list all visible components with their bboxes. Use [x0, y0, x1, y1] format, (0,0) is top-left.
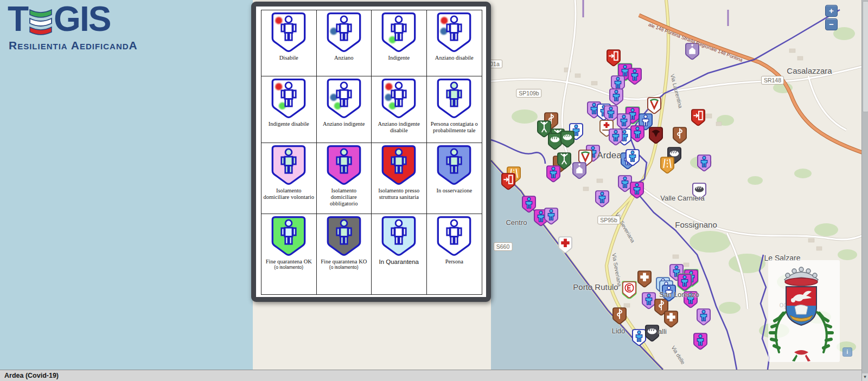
- white-e-marker[interactable]: [622, 281, 637, 301]
- magenta-marker[interactable]: [630, 125, 645, 145]
- scrollbar-down-arrow-icon[interactable]: ▼: [862, 373, 868, 381]
- legend-cell: Isolamento presso struttura sanitaria: [372, 143, 427, 214]
- logo-letter-t: T: [8, 3, 28, 35]
- legend-cell-label: In osservazione: [435, 188, 473, 194]
- shield: [786, 287, 816, 325]
- legend-cell-label: Anziano: [333, 55, 355, 61]
- road-shield: S660: [494, 242, 513, 251]
- legend-cell-label: Anziano disabile: [434, 55, 475, 61]
- sidebar: T GIS Resilientia AedificandA: [0, 0, 253, 370]
- legend-cell: Anziano indigente: [317, 76, 372, 143]
- legend-marker-icon: [436, 12, 472, 54]
- legend-cell-label: Anziano indigente disabile: [372, 121, 426, 134]
- magenta-marker[interactable]: [693, 333, 708, 353]
- legend-cell-label: Fine quarantena KO: [320, 259, 368, 265]
- red-exit-marker[interactable]: [691, 109, 706, 129]
- legend-cell: In Quarantena: [372, 214, 427, 294]
- legend-marker-icon: [326, 216, 362, 258]
- magenta-marker[interactable]: [546, 165, 561, 185]
- tegis-logo: T GIS: [8, 3, 110, 37]
- legend-marker-icon: [436, 216, 472, 258]
- map-place-label: Centro: [506, 218, 527, 227]
- violet-marker[interactable]: [697, 308, 711, 328]
- white-person-marker[interactable]: [626, 149, 640, 169]
- legend-cell: Anziano: [317, 10, 372, 76]
- zoom-in-button[interactable]: +: [825, 5, 838, 17]
- legend-cell: Fine quarantena KO(o isolamento): [317, 214, 372, 294]
- status-bar: Ardea (Covid-19): [0, 370, 868, 381]
- darkred-logo-marker[interactable]: [649, 127, 663, 147]
- vertical-scrollbar[interactable]: ▼: [861, 0, 868, 381]
- scrollbar-thumb[interactable]: [863, 1, 868, 112]
- legend-cell-label: Anziano indigente: [322, 121, 366, 127]
- pharmacy-marker[interactable]: [673, 127, 687, 147]
- legend-marker-icon: [381, 216, 417, 258]
- map-place-label: Lido: [612, 327, 626, 335]
- legend-marker-icon: [271, 216, 307, 258]
- road-shield: SP109b: [516, 89, 541, 98]
- map-road-label: Via delle: [670, 345, 686, 365]
- legend-cell: Isolamento domiciliare obbligatorio: [317, 143, 372, 214]
- legend-cell-label: Persona: [444, 259, 464, 265]
- legend-cell-label: Persona contagiata o probabilmente tale: [427, 121, 482, 134]
- zoom-out-button[interactable]: −: [825, 18, 838, 30]
- legend-cell: In osservazione: [427, 143, 482, 214]
- violet-marker[interactable]: [595, 190, 610, 210]
- ardea-coat-of-arms: [761, 256, 842, 364]
- violet-marker[interactable]: [609, 128, 623, 148]
- purple-church-marker[interactable]: [572, 162, 587, 182]
- map-place-label: San Lorenzo: [659, 290, 699, 299]
- white-v-marker[interactable]: [647, 97, 662, 117]
- violet-marker[interactable]: [697, 154, 712, 175]
- legend-marker-icon: [271, 12, 307, 54]
- map-place-label: Valle Carniera: [660, 194, 704, 202]
- map-road-label: Via Laurentina: [669, 73, 684, 108]
- legend-marker-icon: [326, 145, 362, 187]
- logo-flag-e-icon: [28, 7, 53, 37]
- legend-cell-label: Indigente disabile: [267, 121, 310, 127]
- white-redcross-marker[interactable]: [558, 236, 573, 256]
- violet-marker[interactable]: [544, 208, 559, 228]
- dark-bread-marker[interactable]: [645, 325, 660, 345]
- legend-cell-label: Isolamento domiciliare obbligatorio: [317, 188, 372, 206]
- legend-cell-sublabel: (o isolamento): [274, 265, 303, 270]
- legend-marker-icon: [326, 12, 362, 54]
- magenta-marker[interactable]: [630, 182, 644, 202]
- legend-cell: Indigente disabile: [261, 76, 317, 143]
- logo-tagline: Resilientia AedificandA: [9, 39, 138, 52]
- orange-motorway-marker[interactable]: [660, 157, 675, 177]
- legend-cell: Isolamento domiciliare volontario: [261, 143, 317, 214]
- logo-letters-gis: GIS: [54, 3, 110, 35]
- legend-cell-label: Fine quarantena OK: [265, 259, 313, 265]
- brown-cross-marker[interactable]: [637, 270, 652, 290]
- zoom-control: + −: [825, 5, 838, 30]
- map-place-label: Casalazzara: [787, 66, 832, 75]
- legend-panel: Disabile Anziano Indigente Anziano disab…: [251, 2, 491, 302]
- status-text: Ardea (Covid-19): [4, 372, 59, 379]
- pharmacy-marker[interactable]: [612, 307, 627, 327]
- map-place-label: Porto Rutulo: [573, 282, 618, 292]
- legend-cell-label: In Quarantena: [378, 259, 420, 266]
- road-shield: SR148: [761, 76, 784, 85]
- legend-cell: Anziano disabile: [427, 10, 482, 76]
- legend-cell-label: Disabile: [278, 55, 299, 61]
- red-exit-marker[interactable]: [501, 173, 516, 193]
- legend-marker-icon: [381, 78, 417, 120]
- legend-marker-icon: [271, 78, 307, 120]
- legend-cell: Persona: [427, 214, 482, 294]
- legend-cell: Indigente: [372, 10, 427, 76]
- legend-table: Disabile Anziano Indigente Anziano disab…: [261, 10, 482, 295]
- white-person-marker[interactable]: [632, 329, 647, 349]
- legend-cell-sublabel: (o isolamento): [329, 265, 359, 270]
- legend-marker-icon: [436, 145, 472, 187]
- legend-marker-icon: [326, 78, 362, 120]
- legend-cell: Disabile: [261, 10, 317, 76]
- attribution-info-button[interactable]: i: [843, 347, 852, 357]
- map-place-label: Ardea: [597, 150, 621, 161]
- magenta-marker[interactable]: [628, 68, 642, 88]
- legend-cell-label: Indigente: [387, 55, 411, 61]
- green-bread-marker[interactable]: [560, 131, 575, 151]
- legend-marker-icon: [436, 78, 472, 120]
- legend-marker-icon: [381, 145, 417, 187]
- legend-marker-icon: [271, 145, 307, 187]
